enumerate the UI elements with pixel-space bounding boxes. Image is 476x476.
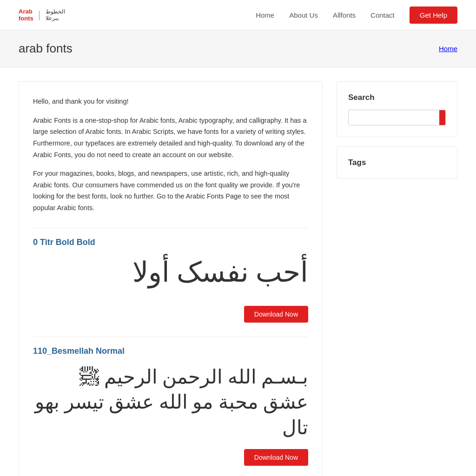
tags-widget-title: Tags [348, 158, 446, 167]
font-entry-2: 110_Besmellah Normal بـسـم الله الرحمن ا… [33, 337, 308, 476]
download-button-2[interactable]: Download Now [244, 449, 308, 466]
sidebar: Search 🔍 Tags [337, 81, 457, 476]
search-box: 🔍 [348, 110, 446, 126]
nav-allfonts[interactable]: Allfonts [333, 11, 356, 19]
logo-divider: | [38, 9, 41, 21]
search-button[interactable]: 🔍 [439, 110, 446, 125]
intro-section: Hello, and thank you for visiting! Arabi… [33, 96, 308, 214]
download-button-1[interactable]: Download Now [244, 306, 308, 323]
font-name-2: 110_Besmellah Normal [33, 346, 308, 356]
search-widget: Search 🔍 [337, 81, 457, 137]
font-preview-2: بـسـم الله الرحمن الرحيم ﷺ عشق محبة مو ا… [33, 364, 308, 441]
breadcrumb-home[interactable]: Home [439, 45, 457, 53]
intro-para2: For your magazines, books, blogs, and ne… [33, 168, 308, 214]
font-preview-1: أحب نفسک أولا [33, 256, 308, 298]
download-row-1: Download Now [33, 306, 308, 323]
logo[interactable]: Arabfonts | الخطوطيبرعلا [19, 8, 65, 22]
main-nav: Home About Us Allfonts Contact Get Help [256, 7, 457, 24]
intro-para1: Arabic Fonts is a one-stop-shop for Arab… [33, 115, 308, 161]
nav-about[interactable]: About Us [289, 11, 318, 19]
download-row-2: Download Now [33, 449, 308, 466]
get-help-button[interactable]: Get Help [410, 7, 457, 24]
logo-text-en: Arabfonts [19, 8, 33, 22]
logo-text-ar: الخطوطيبرعلا [46, 8, 65, 21]
intro-greeting: Hello, and thank you for visiting! [33, 96, 308, 107]
search-icon: 🔍 [445, 114, 446, 121]
nav-contact[interactable]: Contact [370, 11, 395, 19]
font-name-1: 0 Titr Bold Bold [33, 238, 308, 247]
page-title: arab fonts [19, 41, 73, 56]
page-title-bar: arab fonts Home [0, 30, 476, 67]
breadcrumb: Home [439, 45, 457, 53]
tags-widget: Tags [337, 146, 457, 179]
font-entry-1: 0 Titr Bold Bold أحب نفسک أولا Download … [33, 228, 308, 337]
search-widget-title: Search [348, 93, 446, 102]
nav-home[interactable]: Home [256, 11, 274, 19]
search-input[interactable] [349, 110, 439, 125]
main-content: Hello, and thank you for visiting! Arabi… [19, 81, 323, 476]
